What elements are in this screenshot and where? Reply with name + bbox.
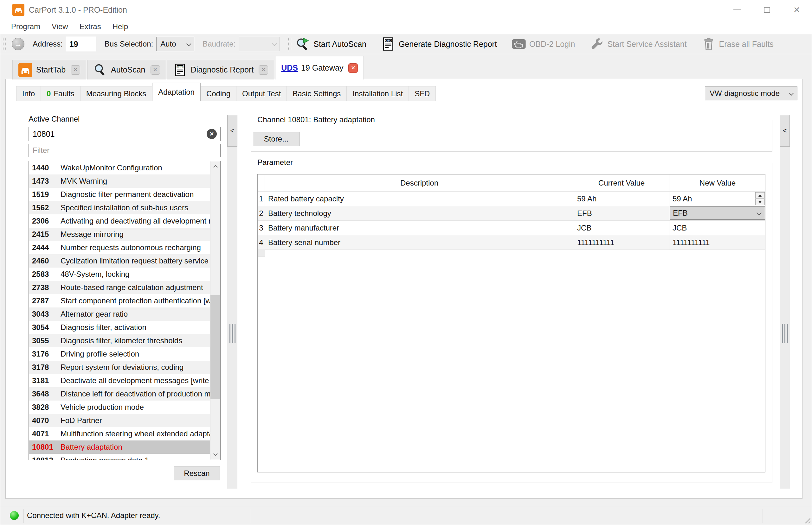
collapse-right-button[interactable]: <	[780, 115, 790, 147]
channel-name: WakeUpMonitor Configuration	[60, 163, 162, 172]
subtab-measuring-blocks[interactable]: Measuring Blocks	[81, 86, 152, 101]
maximize-button[interactable]	[752, 0, 782, 19]
channel-row-1440[interactable]: 1440WakeUpMonitor Configuration	[29, 161, 210, 175]
uds-text-icon: UDS	[281, 63, 298, 73]
diagnostic-mode-value: VW-diagnostic mode	[710, 89, 780, 98]
scroll-up-button[interactable]	[211, 161, 221, 171]
channel-row-3178[interactable]: 3178Report system for deviations, coding	[29, 361, 210, 374]
value-spinner[interactable]	[755, 192, 765, 205]
channel-row-2444[interactable]: 2444Number requests autonomous rechargin…	[29, 241, 210, 254]
toolbar-button-label: OBD-2 Login	[529, 40, 575, 49]
channel-row-2738[interactable]: 2738Route-based range calculation adjust…	[29, 281, 210, 294]
subtab-label: Output Test	[242, 89, 281, 98]
clear-channel-button[interactable]: ✕	[207, 129, 217, 139]
channel-row-1473[interactable]: 1473MVK Warning	[29, 175, 210, 188]
new-value-cell[interactable]: EFB	[669, 206, 765, 221]
fault-count-badge: 0	[47, 89, 51, 98]
channel-row-1562[interactable]: 1562Specified installation of sub-bus us…	[29, 201, 210, 214]
channel-row-3176[interactable]: 3176Driving profile selection	[29, 347, 210, 361]
subtab-sfd[interactable]: SFD	[409, 86, 436, 101]
filter-input[interactable]	[29, 144, 221, 157]
channel-id: 1519	[29, 190, 60, 199]
channel-list-scrollbar[interactable]	[210, 161, 220, 460]
scrollbar-thumb[interactable]	[211, 295, 221, 399]
channel-row-4071[interactable]: 4071Multifunction steering wheel extende…	[29, 427, 210, 440]
collapse-left-button[interactable]: <	[227, 115, 237, 147]
menu-item-view[interactable]: View	[46, 22, 74, 31]
subtab-installation-list[interactable]: Installation List	[347, 86, 409, 101]
toolbar-buttons: Start AutoScanOBDGenerate Diagnostic Rep…	[296, 37, 788, 51]
channel-row-3648[interactable]: 3648Distance left for deactivation of pr…	[29, 387, 210, 401]
tab-diagnostic-report[interactable]: OBDDiagnostic Report✕	[167, 60, 274, 79]
toolbar-button-start-autoscan[interactable]: Start AutoScan	[296, 37, 366, 51]
channel-row-2787[interactable]: 2787Start component protection authentic…	[29, 294, 210, 308]
minimize-button[interactable]	[722, 0, 752, 19]
subtab-coding[interactable]: Coding	[201, 86, 236, 101]
subtab-info[interactable]: Info	[16, 86, 41, 101]
menu-item-program[interactable]: Program	[5, 22, 46, 31]
channel-id: 4070	[29, 416, 60, 425]
subtab-adaptation[interactable]: Adaptation	[152, 82, 201, 101]
scroll-down-button[interactable]	[211, 450, 221, 460]
channel-id: 2444	[29, 243, 60, 252]
channel-row-4070[interactable]: 4070FoD Partner	[29, 414, 210, 427]
channel-name: Route-based range calculation adjustment	[60, 283, 203, 292]
tab-close-button[interactable]: ✕	[259, 65, 268, 75]
left-splitter[interactable]: <	[227, 115, 237, 489]
menu-item-extras[interactable]: Extras	[74, 22, 107, 31]
description-cell: Battery serial number	[265, 235, 574, 250]
tab-label: AutoScan	[111, 65, 145, 74]
splitter-grip[interactable]	[230, 324, 235, 343]
subtab-output-test[interactable]: Output Test	[236, 86, 287, 101]
channel-row-10812[interactable]: 10812Production process data 1	[29, 454, 210, 460]
spinner-down-button[interactable]	[755, 199, 765, 205]
window-controls: ✕	[722, 0, 812, 19]
channel-row-3828[interactable]: 3828Vehicle production mode	[29, 401, 210, 414]
close-button[interactable]: ✕	[782, 0, 812, 19]
toolbar-grip[interactable]	[288, 37, 291, 51]
new-value-cell[interactable]: 1111111111	[669, 235, 765, 250]
channel-row-1519[interactable]: 1519Diagnostic filter permanent deactiva…	[29, 188, 210, 201]
rescan-button[interactable]: Rescan	[174, 466, 220, 480]
tab-uds-19-gateway[interactable]: UDS19 Gateway✕	[275, 56, 364, 79]
go-to-address-button[interactable]: →	[12, 38, 25, 50]
right-splitter[interactable]: <	[780, 115, 790, 489]
menu-item-help[interactable]: Help	[107, 22, 134, 31]
channel-row-3054[interactable]: 3054Diagnosis filter, activation	[29, 321, 210, 334]
toolbar-button-label: Erase all Faults	[719, 40, 774, 49]
channel-row-3055[interactable]: 3055Diagnosis filter, kilometer threshol…	[29, 334, 210, 347]
bus-selection-select[interactable]: Auto	[156, 37, 194, 51]
combobox-value: EFB	[673, 209, 688, 217]
triangle-down-icon	[758, 201, 762, 203]
toolbar-button-generate-diagnostic-report[interactable]: OBDGenerate Diagnostic Report	[381, 37, 497, 51]
channel-row-2583[interactable]: 258348V-System, locking	[29, 268, 210, 281]
splitter-grip[interactable]	[782, 324, 788, 343]
toolbar-grip[interactable]	[3, 37, 6, 51]
tab-starttab[interactable]: StartTab✕	[12, 60, 86, 79]
channel-row-2460[interactable]: 2460Cyclization limitation request batte…	[29, 254, 210, 268]
channel-row-10801[interactable]: 10801Battery adaptation	[29, 440, 210, 454]
channel-name: Number requests autonomous recharging	[60, 243, 201, 252]
tab-close-button[interactable]: ✕	[71, 65, 80, 75]
new-value-cell[interactable]: 59 Ah	[669, 192, 765, 206]
channel-row-3181[interactable]: 3181Deactivate all development messages …	[29, 374, 210, 387]
diagnostic-mode-select[interactable]: VW-diagnostic mode	[705, 87, 797, 100]
spinner-up-button[interactable]	[755, 192, 765, 198]
channel-row-2306[interactable]: 2306Activating and deactivating all deve…	[29, 214, 210, 228]
channel-name: FoD Partner	[60, 416, 102, 425]
channel-row-2415[interactable]: 2415Message mirroring	[29, 228, 210, 241]
new-value-combobox[interactable]: EFB	[670, 207, 765, 220]
new-value-cell[interactable]: JCB	[669, 221, 765, 235]
subtab-faults[interactable]: 0Faults	[41, 86, 81, 101]
tab-close-button[interactable]: ✕	[150, 65, 160, 75]
subtab-basic-settings[interactable]: Basic Settings	[287, 86, 347, 101]
resize-grip[interactable]	[803, 516, 810, 523]
channel-row-3043[interactable]: 3043Alternator gear ratio	[29, 308, 210, 321]
row-number-header	[258, 175, 265, 191]
store-button[interactable]: Store...	[253, 132, 300, 146]
tab-close-button[interactable]: ✕	[348, 63, 358, 73]
baudrate-select	[239, 37, 280, 51]
active-channel-input[interactable]	[29, 127, 221, 141]
tab-autoscan[interactable]: AutoScan✕	[87, 60, 166, 79]
address-input[interactable]	[66, 37, 96, 51]
